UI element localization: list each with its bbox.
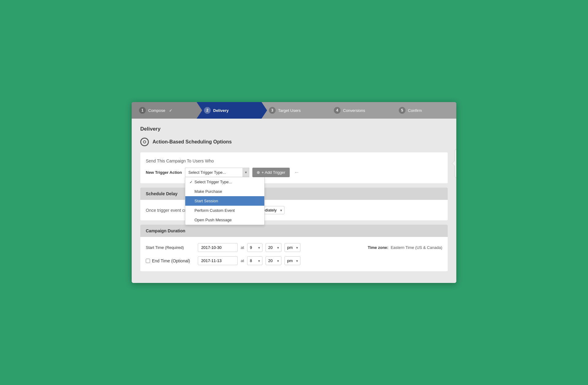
wizard-step-conversions[interactable]: 4 Conversions (326, 102, 391, 119)
start-minute-wrap: 20 ▼ (266, 243, 281, 252)
end-time-row: End Time (Optional) at 8 ▼ 20 ▼ (146, 256, 442, 265)
trigger-select-wrapper: Select Trigger Type... ▼ ✓ Select Trigge… (185, 168, 249, 177)
start-ampm-wrap: pm am ▼ (285, 243, 300, 252)
start-at-label: at (241, 245, 244, 250)
dropdown-arrow-icon: ▼ (244, 171, 247, 174)
dropdown-item-push[interactable]: ✓ Open Push Message (185, 215, 264, 225)
end-label-wrap: End Time (Optional) (146, 258, 195, 263)
checkmark-select: ✓ (190, 180, 193, 184)
step-check-compose: ✓ (169, 108, 172, 113)
trigger-card: Send This Campaign To Users Who New Trig… (140, 152, 448, 183)
send-label: Send This Campaign To Users Who (146, 158, 442, 163)
dropdown-item-select-label: Select Trigger Type... (194, 180, 232, 184)
trigger-card-body: Send This Campaign To Users Who New Trig… (140, 152, 448, 183)
add-trigger-icon: ⊕ (257, 170, 260, 175)
trigger-select-display[interactable]: Select Trigger Type... (185, 168, 249, 177)
page-title: Delivery (140, 126, 448, 132)
timezone-value: Eastern Time (US & Canada) (391, 245, 442, 250)
start-hour-wrap: 9 ▼ (247, 243, 262, 252)
trigger-action-label: New Trigger Action (146, 170, 182, 175)
start-time-label: Start Time (Required) (146, 245, 195, 250)
add-trigger-label: + Add Trigger (262, 170, 285, 175)
end-date-input[interactable] (198, 256, 238, 265)
start-date-input[interactable] (198, 243, 238, 252)
dropdown-item-session-label: Start Session (194, 199, 218, 203)
dropdown-item-purchase[interactable]: ✓ Make Purchase (185, 187, 264, 196)
end-minute-select[interactable]: 20 (266, 256, 281, 265)
end-ampm-select[interactable]: pm am (285, 256, 300, 265)
end-minute-wrap: 20 ▼ (266, 256, 281, 265)
trigger-dropdown-arrow[interactable]: ▼ (243, 168, 249, 177)
start-time-row: Start Time (Required) at 9 ▼ 20 ▼ (146, 243, 442, 252)
option-row: Action-Based Scheduling Options (140, 138, 448, 146)
end-hour-wrap: 8 ▼ (247, 256, 262, 265)
trigger-select-value: Select Trigger Type... (188, 170, 226, 175)
wizard-step-confirm[interactable]: 5 Confirm (391, 102, 456, 119)
step-label-target-users: Target Users (278, 108, 301, 113)
dropdown-item-custom-label: Perform Custom Event (194, 208, 235, 213)
wizard-steps: 1 Compose ✓ 2 Delivery 3 Target Users 4 … (132, 102, 456, 119)
wizard-step-delivery[interactable]: 2 Delivery (197, 102, 262, 119)
step-num-2: 2 (204, 107, 211, 114)
wizard-step-target-users[interactable]: 3 Target Users (262, 102, 326, 119)
start-minute-select[interactable]: 20 (266, 243, 281, 252)
timezone-label: Time zone: (368, 245, 389, 250)
option-label: Action-Based Scheduling Options (153, 139, 232, 145)
step-num-5: 5 (399, 107, 405, 114)
dropdown-item-push-label: Open Push Message (194, 218, 232, 222)
campaign-duration-header: Campaign Duration (140, 225, 448, 237)
tooltip-bubble: Select the action you'd like to trigger … (454, 149, 456, 178)
end-time-checkbox[interactable] (146, 259, 150, 263)
step-num-1: 1 (139, 107, 146, 114)
radio-icon-inner (143, 140, 146, 143)
arrow-indicator: ← (294, 169, 300, 176)
step-num-3: 3 (269, 107, 276, 114)
content-area: Delivery Action-Based Scheduling Options… (132, 119, 456, 283)
dropdown-item-session[interactable]: ✓ Start Session (185, 196, 264, 206)
dropdown-item-custom[interactable]: ✓ Perform Custom Event (185, 206, 264, 215)
start-hour-select[interactable]: 9 (247, 243, 262, 252)
add-trigger-button[interactable]: ⊕ + Add Trigger (252, 168, 290, 177)
main-container: 1 Compose ✓ 2 Delivery 3 Target Users 4 … (132, 102, 456, 283)
start-ampm-select[interactable]: pm am (285, 243, 300, 252)
end-ampm-wrap: pm am ▼ (285, 256, 300, 265)
end-at-label: at (241, 258, 244, 263)
end-hour-select[interactable]: 8 (247, 256, 262, 265)
campaign-duration-card: Campaign Duration Start Time (Required) … (140, 225, 448, 271)
trigger-row: New Trigger Action Select Trigger Type..… (146, 168, 442, 177)
timezone-text: Time zone: Eastern Time (US & Canada) (368, 245, 442, 250)
dropdown-item-select[interactable]: ✓ Select Trigger Type... (185, 177, 264, 187)
step-label-compose: Compose (148, 108, 165, 113)
radio-icon[interactable] (140, 138, 149, 146)
dropdown-item-purchase-label: Make Purchase (194, 189, 222, 194)
step-label-delivery: Delivery (213, 108, 229, 113)
wizard-step-compose[interactable]: 1 Compose ✓ (132, 102, 197, 119)
end-time-label: End Time (Optional) (152, 258, 190, 263)
step-label-conversions: Conversions (343, 108, 365, 113)
step-num-4: 4 (334, 107, 341, 114)
campaign-duration-body: Start Time (Required) at 9 ▼ 20 ▼ (140, 237, 448, 271)
step-label-confirm: Confirm (408, 108, 422, 113)
trigger-dropdown-menu: ✓ Select Trigger Type... ✓ Make Purchase… (185, 177, 265, 225)
